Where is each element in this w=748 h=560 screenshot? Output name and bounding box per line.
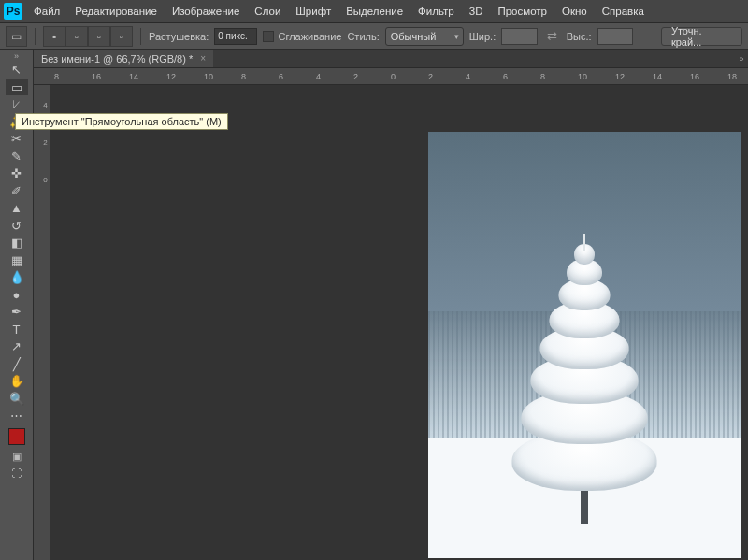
- ruler-tick: 0: [34, 160, 50, 197]
- marquee-tool[interactable]: ▭: [6, 79, 28, 95]
- crop-tool[interactable]: ✂: [6, 131, 28, 148]
- menu-file[interactable]: Файл: [26, 0, 67, 22]
- ruler-tick: 4: [316, 72, 353, 81]
- swap-wh-icon[interactable]: ⇄: [543, 28, 561, 45]
- dodge-tool[interactable]: ●: [6, 286, 28, 303]
- color-swatches[interactable]: [8, 428, 25, 445]
- blur-tool[interactable]: 💧: [6, 269, 28, 286]
- ruler-tick: 14: [653, 72, 690, 81]
- ruler-tick: 16: [690, 72, 727, 81]
- menu-select[interactable]: Выделение: [338, 0, 410, 22]
- height-input[interactable]: [597, 28, 633, 45]
- clone-stamp-tool[interactable]: ▲: [6, 200, 28, 217]
- gradient-tool[interactable]: ▦: [6, 251, 28, 268]
- eyedropper-tool[interactable]: ✎: [6, 148, 28, 165]
- app-logo: Ps: [0, 0, 26, 22]
- style-select[interactable]: Обычный: [385, 27, 464, 46]
- history-brush-tool[interactable]: ↺: [6, 217, 28, 234]
- type-tool[interactable]: T: [6, 321, 28, 337]
- ruler-tick: 2: [428, 72, 466, 81]
- path-select-tool[interactable]: ↗: [6, 338, 28, 355]
- tool-tooltip: Инструмент "Прямоугольная область" (M): [15, 113, 228, 130]
- ruler-tick: 14: [129, 72, 166, 81]
- pen-tool[interactable]: ✒: [6, 304, 28, 321]
- ruler-tick: 10: [578, 72, 615, 81]
- horizontal-ruler[interactable]: 81614121086420246810121416182022: [34, 68, 748, 85]
- line-tool[interactable]: ╱: [6, 355, 28, 372]
- foreground-color[interactable]: [8, 428, 25, 445]
- ruler-tick: 10: [204, 72, 241, 81]
- move-tool[interactable]: ↖: [6, 62, 28, 79]
- ruler-tick: 18: [727, 72, 748, 81]
- ruler-tick: 16: [92, 72, 129, 81]
- style-label: Стиль:: [347, 31, 379, 42]
- menu-type[interactable]: Шрифт: [288, 0, 338, 22]
- brush-tool[interactable]: ✐: [6, 182, 28, 199]
- select-intersect-icon[interactable]: ▫: [110, 26, 133, 47]
- select-subtract-icon[interactable]: ▫: [88, 26, 110, 47]
- canvas-image[interactable]: [428, 132, 741, 558]
- width-label: Шир.:: [469, 31, 496, 42]
- image-tree: [514, 234, 654, 524]
- spot-heal-tool[interactable]: ✜: [6, 165, 28, 182]
- canvas-area[interactable]: [50, 85, 748, 560]
- eraser-tool[interactable]: ◧: [6, 235, 28, 251]
- menu-edit[interactable]: Редактирование: [67, 0, 165, 22]
- ruler-tick: 0: [391, 72, 428, 81]
- ruler-tick: 6: [279, 72, 316, 81]
- ruler-tick: 12: [166, 72, 204, 81]
- menu-layers[interactable]: Слои: [247, 0, 288, 22]
- close-icon[interactable]: ×: [200, 53, 206, 64]
- antialias-label: Сглаживание: [278, 31, 341, 42]
- select-add-icon[interactable]: ▫: [65, 26, 88, 47]
- lasso-tool[interactable]: ⟀: [6, 96, 28, 113]
- height-label: Выс.:: [567, 31, 592, 42]
- ruler-tick: 6: [503, 72, 540, 81]
- ruler-tick: 8: [540, 72, 578, 81]
- ruler-tick: 8: [54, 72, 92, 81]
- tab-title: Без имени-1 @ 66,7% (RGB/8) *: [41, 53, 193, 65]
- quickmask-icon[interactable]: ▣: [7, 449, 27, 464]
- menu-view[interactable]: Просмотр: [490, 0, 554, 22]
- current-tool-icon[interactable]: ▭: [6, 26, 27, 47]
- select-new-icon[interactable]: ▪: [43, 26, 65, 47]
- separator: [35, 28, 36, 45]
- tab-expand-icon[interactable]: »: [735, 50, 748, 67]
- toolbox-expand-icon[interactable]: »: [0, 51, 33, 61]
- ruler-tick: 2: [353, 72, 391, 81]
- ruler-tick: 12: [615, 72, 653, 81]
- menu-help[interactable]: Справка: [595, 0, 652, 22]
- selection-mode-group: ▪ ▫ ▫ ▫: [43, 26, 133, 47]
- feather-input[interactable]: 0 пикс.: [214, 28, 257, 45]
- menu-3d[interactable]: 3D: [462, 0, 491, 22]
- menu-bar: Ps Файл Редактирование Изображение Слои …: [0, 0, 748, 23]
- menu-window[interactable]: Окно: [554, 0, 595, 22]
- screenmode-icon[interactable]: ⛶: [7, 466, 27, 481]
- edit-toolbar[interactable]: ⋯: [6, 408, 28, 424]
- antialias-checkbox[interactable]: [263, 31, 274, 42]
- separator: [140, 28, 141, 45]
- document-tab[interactable]: Без имени-1 @ 66,7% (RGB/8) * ×: [34, 50, 213, 67]
- width-input[interactable]: [501, 28, 537, 45]
- refine-edge-button[interactable]: Уточн. край...: [661, 27, 742, 46]
- options-bar: ▭ ▪ ▫ ▫ ▫ Растушевка: 0 пикс. Сглаживани…: [0, 23, 748, 50]
- ruler-tick: 4: [466, 72, 503, 81]
- zoom-tool[interactable]: 🔍: [6, 390, 28, 407]
- ruler-tick: 8: [241, 72, 279, 81]
- feather-label: Растушевка:: [149, 31, 209, 42]
- hand-tool[interactable]: ✋: [6, 373, 28, 390]
- vertical-ruler[interactable]: 420: [34, 85, 50, 560]
- menu-filter[interactable]: Фильтр: [410, 0, 462, 22]
- ps-icon: Ps: [4, 3, 22, 20]
- document-tab-bar: Без имени-1 @ 66,7% (RGB/8) * × »: [34, 50, 748, 68]
- menu-image[interactable]: Изображение: [165, 0, 247, 22]
